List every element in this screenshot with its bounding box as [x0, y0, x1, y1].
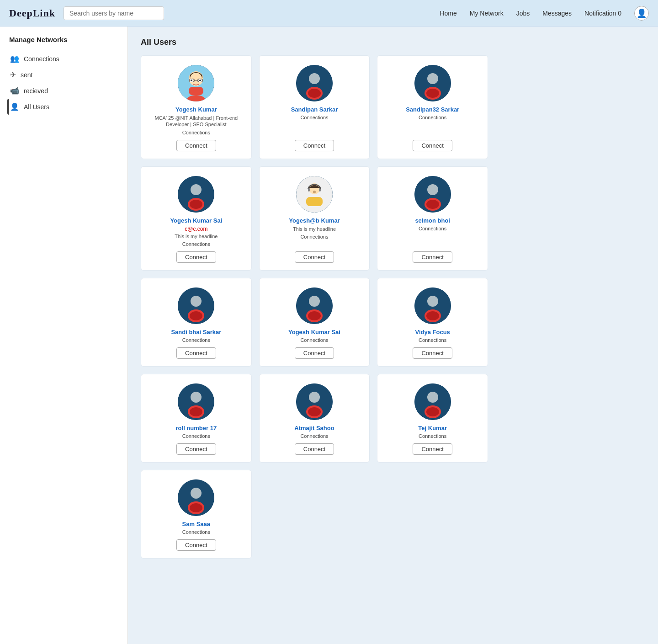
user-name[interactable]: Yogesh Kumar Sai — [288, 329, 340, 335]
nav: Home My Network Jobs Messages Notificati… — [440, 6, 649, 21]
nav-messages[interactable]: Messages — [542, 10, 572, 17]
user-connections: Connections — [182, 241, 210, 247]
avatar — [414, 383, 451, 420]
svg-point-3 — [190, 73, 202, 85]
svg-point-14 — [309, 73, 320, 84]
search-input[interactable] — [64, 6, 164, 20]
avatar — [296, 65, 333, 101]
sidebar-title: Manage Networks — [7, 36, 120, 43]
svg-point-44 — [427, 296, 438, 307]
sidebar: Manage Networks 👥 Connections ✈ sent 📹 r… — [0, 27, 128, 644]
connect-button[interactable]: Connect — [295, 347, 334, 359]
sidebar-item-received[interactable]: 📹 recieved — [7, 83, 120, 99]
svg-point-16 — [308, 89, 321, 98]
received-icon: 📹 — [10, 86, 19, 95]
avatar — [178, 65, 214, 101]
user-connections: Connections — [182, 529, 210, 535]
avatar — [178, 479, 214, 516]
svg-rect-11 — [189, 87, 203, 95]
svg-point-48 — [191, 392, 202, 403]
sidebar-item-connections[interactable]: 👥 Connections — [7, 51, 120, 67]
connect-button[interactable]: Connect — [176, 539, 216, 551]
sidebar-item-label-sent: sent — [21, 71, 32, 79]
connect-button[interactable]: Connect — [176, 251, 216, 263]
user-connections: Connections — [419, 433, 446, 439]
avatar — [296, 287, 333, 324]
connect-button[interactable]: Connect — [176, 347, 216, 359]
sidebar-item-label-received: recieved — [24, 87, 48, 95]
sent-icon: ✈ — [10, 70, 16, 79]
svg-point-56 — [427, 392, 438, 403]
svg-point-36 — [191, 296, 202, 307]
svg-point-20 — [426, 89, 439, 98]
connect-button[interactable]: Connect — [413, 251, 452, 263]
svg-point-30 — [313, 191, 316, 193]
user-name[interactable]: Yogesh Kumar Sai — [170, 217, 222, 224]
user-connections: Connections — [300, 234, 328, 240]
svg-point-58 — [426, 407, 439, 416]
user-connections: Connections — [182, 130, 210, 135]
connect-button[interactable]: Connect — [413, 140, 452, 151]
section-title: All Users — [141, 37, 645, 47]
user-name[interactable]: Atmajit Sahoo — [294, 425, 334, 431]
svg-point-54 — [308, 407, 321, 416]
user-name[interactable]: Vidya Focus — [415, 329, 450, 335]
user-grid: Yogesh KumarMCA' 25 @NIT Allahabad | Fro… — [141, 55, 488, 559]
user-connections: Connections — [182, 433, 210, 439]
user-name[interactable]: Yogesh Kumar — [175, 106, 217, 113]
connect-button[interactable]: Connect — [295, 140, 334, 151]
svg-point-34 — [426, 200, 439, 209]
svg-point-62 — [190, 503, 202, 512]
user-card: Yogesh@b KumarThis is my headlineConnect… — [259, 166, 370, 271]
user-name[interactable]: Yogesh@b Kumar — [289, 217, 340, 224]
svg-point-60 — [191, 488, 202, 499]
svg-point-52 — [309, 392, 320, 403]
nav-home[interactable]: Home — [440, 10, 456, 17]
connect-button[interactable]: Connect — [413, 347, 452, 359]
avatar — [178, 383, 214, 420]
svg-point-46 — [426, 311, 439, 320]
user-card: Yogesh KumarMCA' 25 @NIT Allahabad | Fro… — [141, 55, 252, 159]
avatar — [296, 383, 333, 420]
connections-icon: 👥 — [10, 54, 19, 63]
user-connections: Connections — [419, 226, 446, 231]
user-connections: Connections — [182, 337, 210, 343]
nav-notifications[interactable]: Notification 0 — [584, 10, 621, 17]
user-card: Sandi bhai SarkarConnectionsConnect — [141, 278, 252, 367]
user-name[interactable]: Sam Saaa — [182, 521, 210, 527]
user-name[interactable]: Sandi bhai Sarkar — [171, 329, 221, 335]
sidebar-item-all-users[interactable]: 👤 All Users — [7, 99, 120, 115]
main-layout: Manage Networks 👥 Connections ✈ sent 📹 r… — [0, 27, 658, 644]
user-email: c@c.com — [185, 226, 207, 232]
sidebar-item-sent[interactable]: ✈ sent — [7, 67, 120, 83]
connect-button[interactable]: Connect — [176, 443, 216, 455]
all-users-icon: 👤 — [10, 102, 19, 111]
user-name[interactable]: Tej Kumar — [418, 425, 447, 431]
logo: DeepLink — [9, 7, 55, 19]
profile-icon[interactable]: 👤 — [634, 6, 649, 21]
svg-point-22 — [191, 184, 202, 195]
svg-point-40 — [309, 296, 320, 307]
sidebar-item-label-all-users: All Users — [24, 103, 49, 111]
user-name[interactable]: roll number 17 — [176, 425, 217, 431]
user-name[interactable]: selmon bhoi — [415, 217, 450, 224]
connect-button[interactable]: Connect — [295, 443, 334, 455]
user-name[interactable]: Sandipan32 Sarkar — [406, 106, 459, 113]
user-card: Atmajit SahooConnectionsConnect — [259, 374, 370, 463]
nav-jobs[interactable]: Jobs — [516, 10, 530, 17]
user-name[interactable]: Sandipan Sarkar — [291, 106, 338, 113]
user-connections: Connections — [419, 115, 446, 120]
user-card: roll number 17ConnectionsConnect — [141, 374, 252, 463]
content: All Users Yogesh KumarMCA' 25 @NIT Allah… — [128, 27, 658, 644]
svg-point-10 — [199, 80, 201, 81]
user-card: Yogesh Kumar Saic@c.comThis is my headli… — [141, 166, 252, 271]
connect-button[interactable]: Connect — [413, 443, 452, 455]
nav-my-network[interactable]: My Network — [470, 10, 504, 17]
avatar — [414, 65, 451, 101]
connect-button[interactable]: Connect — [295, 251, 334, 263]
header: DeepLink Home My Network Jobs Messages N… — [0, 0, 658, 27]
user-card: selmon bhoiConnectionsConnect — [377, 166, 488, 271]
user-connections: Connections — [419, 337, 446, 343]
connect-button[interactable]: Connect — [176, 140, 216, 151]
svg-rect-29 — [306, 197, 323, 206]
